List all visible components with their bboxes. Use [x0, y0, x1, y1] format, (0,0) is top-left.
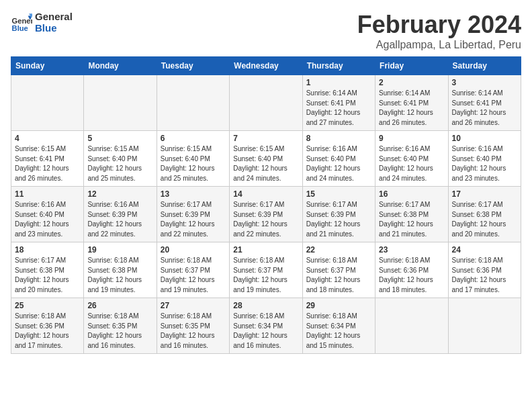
day-number: 3 — [452, 78, 517, 87]
day-number: 6 — [161, 134, 226, 143]
calendar-cell: 28Sunrise: 6:18 AM Sunset: 6:34 PM Dayli… — [230, 298, 302, 354]
day-header-sunday: Sunday — [11, 57, 84, 75]
calendar-cell: 8Sunrise: 6:16 AM Sunset: 6:40 PM Daylig… — [302, 131, 375, 187]
day-info: Sunrise: 6:17 AM Sunset: 6:38 PM Dayligh… — [379, 200, 444, 239]
day-number: 25 — [15, 301, 80, 310]
day-number: 27 — [161, 301, 226, 310]
calendar-cell — [448, 298, 521, 354]
calendar-cell: 12Sunrise: 6:16 AM Sunset: 6:39 PM Dayli… — [84, 187, 157, 242]
day-header-wednesday: Wednesday — [230, 57, 302, 75]
calendar-subtitle: Agallpampa, La Libertad, Peru — [357, 39, 521, 51]
day-number: 2 — [379, 78, 444, 87]
calendar-cell: 18Sunrise: 6:17 AM Sunset: 6:38 PM Dayli… — [11, 242, 84, 298]
day-number: 24 — [452, 245, 517, 255]
day-info: Sunrise: 6:18 AM Sunset: 6:35 PM Dayligh… — [161, 312, 226, 351]
day-info: Sunrise: 6:15 AM Sunset: 6:41 PM Dayligh… — [15, 144, 80, 183]
day-info: Sunrise: 6:15 AM Sunset: 6:40 PM Dayligh… — [161, 144, 226, 183]
day-info: Sunrise: 6:18 AM Sunset: 6:35 PM Dayligh… — [87, 312, 152, 351]
calendar-cell: 21Sunrise: 6:18 AM Sunset: 6:37 PM Dayli… — [230, 242, 302, 298]
calendar-cell: 15Sunrise: 6:17 AM Sunset: 6:39 PM Dayli… — [302, 187, 375, 242]
day-number: 29 — [306, 301, 371, 310]
calendar-cell: 23Sunrise: 6:18 AM Sunset: 6:36 PM Dayli… — [375, 242, 448, 298]
day-number: 28 — [233, 301, 298, 310]
logo-line1: General — [35, 11, 73, 22]
calendar-cell: 11Sunrise: 6:16 AM Sunset: 6:40 PM Dayli… — [11, 187, 84, 242]
day-number: 8 — [306, 134, 371, 143]
calendar-cell: 7Sunrise: 6:15 AM Sunset: 6:40 PM Daylig… — [230, 131, 302, 187]
day-info: Sunrise: 6:14 AM Sunset: 6:41 PM Dayligh… — [452, 89, 517, 128]
day-header-tuesday: Tuesday — [157, 57, 229, 75]
day-info: Sunrise: 6:16 AM Sunset: 6:40 PM Dayligh… — [15, 200, 80, 239]
day-info: Sunrise: 6:18 AM Sunset: 6:36 PM Dayligh… — [379, 256, 444, 295]
day-number: 17 — [452, 189, 517, 199]
calendar-week-row: 1Sunrise: 6:14 AM Sunset: 6:41 PM Daylig… — [11, 75, 521, 131]
calendar-cell: 26Sunrise: 6:18 AM Sunset: 6:35 PM Dayli… — [84, 298, 157, 354]
day-number: 4 — [15, 134, 80, 143]
day-info: Sunrise: 6:15 AM Sunset: 6:40 PM Dayligh… — [87, 144, 152, 183]
day-number: 1 — [306, 78, 371, 87]
day-info: Sunrise: 6:18 AM Sunset: 6:36 PM Dayligh… — [15, 312, 80, 351]
day-info: Sunrise: 6:17 AM Sunset: 6:39 PM Dayligh… — [306, 200, 371, 239]
day-number: 23 — [379, 245, 444, 255]
day-number: 14 — [233, 189, 298, 199]
day-number: 20 — [161, 245, 226, 255]
calendar-cell: 29Sunrise: 6:18 AM Sunset: 6:34 PM Dayli… — [302, 298, 375, 354]
day-number: 13 — [161, 189, 226, 199]
calendar-cell: 5Sunrise: 6:15 AM Sunset: 6:40 PM Daylig… — [84, 131, 157, 187]
day-info: Sunrise: 6:17 AM Sunset: 6:39 PM Dayligh… — [233, 200, 298, 239]
day-info: Sunrise: 6:16 AM Sunset: 6:40 PM Dayligh… — [306, 144, 371, 183]
day-number: 5 — [87, 134, 152, 143]
calendar-cell: 19Sunrise: 6:18 AM Sunset: 6:38 PM Dayli… — [84, 242, 157, 298]
calendar-cell: 13Sunrise: 6:17 AM Sunset: 6:39 PM Dayli… — [157, 187, 229, 242]
calendar-cell: 20Sunrise: 6:18 AM Sunset: 6:37 PM Dayli… — [157, 242, 229, 298]
day-info: Sunrise: 6:18 AM Sunset: 6:34 PM Dayligh… — [306, 312, 371, 351]
day-info: Sunrise: 6:17 AM Sunset: 6:38 PM Dayligh… — [452, 200, 517, 239]
day-header-friday: Friday — [375, 57, 448, 75]
day-number: 22 — [306, 245, 371, 255]
calendar-week-row: 18Sunrise: 6:17 AM Sunset: 6:38 PM Dayli… — [11, 242, 521, 298]
calendar-cell: 25Sunrise: 6:18 AM Sunset: 6:36 PM Dayli… — [11, 298, 84, 354]
day-info: Sunrise: 6:14 AM Sunset: 6:41 PM Dayligh… — [379, 89, 444, 128]
day-number: 18 — [15, 245, 80, 255]
calendar-cell: 2Sunrise: 6:14 AM Sunset: 6:41 PM Daylig… — [375, 75, 448, 131]
calendar-cell — [230, 75, 302, 131]
day-info: Sunrise: 6:16 AM Sunset: 6:40 PM Dayligh… — [452, 144, 517, 183]
logo-line2: Blue — [35, 22, 73, 34]
calendar-week-row: 4Sunrise: 6:15 AM Sunset: 6:41 PM Daylig… — [11, 131, 521, 187]
calendar-table: SundayMondayTuesdayWednesdayThursdayFrid… — [11, 56, 521, 354]
day-number: 21 — [233, 245, 298, 255]
day-header-thursday: Thursday — [302, 57, 375, 75]
calendar-cell: 1Sunrise: 6:14 AM Sunset: 6:41 PM Daylig… — [302, 75, 375, 131]
calendar-cell: 27Sunrise: 6:18 AM Sunset: 6:35 PM Dayli… — [157, 298, 229, 354]
logo: General Blue General Blue — [11, 11, 73, 34]
day-info: Sunrise: 6:17 AM Sunset: 6:38 PM Dayligh… — [15, 256, 80, 295]
day-info: Sunrise: 6:16 AM Sunset: 6:40 PM Dayligh… — [379, 144, 444, 183]
calendar-cell: 16Sunrise: 6:17 AM Sunset: 6:38 PM Dayli… — [375, 187, 448, 242]
calendar-cell: 22Sunrise: 6:18 AM Sunset: 6:37 PM Dayli… — [302, 242, 375, 298]
day-info: Sunrise: 6:18 AM Sunset: 6:36 PM Dayligh… — [452, 256, 517, 295]
calendar-cell: 6Sunrise: 6:15 AM Sunset: 6:40 PM Daylig… — [157, 131, 229, 187]
calendar-cell — [157, 75, 229, 131]
day-number: 7 — [233, 134, 298, 143]
calendar-cell: 24Sunrise: 6:18 AM Sunset: 6:36 PM Dayli… — [448, 242, 521, 298]
calendar-cell: 14Sunrise: 6:17 AM Sunset: 6:39 PM Dayli… — [230, 187, 302, 242]
day-info: Sunrise: 6:18 AM Sunset: 6:37 PM Dayligh… — [233, 256, 298, 295]
calendar-cell: 17Sunrise: 6:17 AM Sunset: 6:38 PM Dayli… — [448, 187, 521, 242]
day-info: Sunrise: 6:18 AM Sunset: 6:37 PM Dayligh… — [161, 256, 226, 295]
day-number: 10 — [452, 134, 517, 143]
calendar-header-row: SundayMondayTuesdayWednesdayThursdayFrid… — [11, 57, 521, 75]
day-number: 19 — [87, 245, 152, 255]
svg-text:Blue: Blue — [12, 24, 28, 32]
day-info: Sunrise: 6:15 AM Sunset: 6:40 PM Dayligh… — [233, 144, 298, 183]
day-number: 9 — [379, 134, 444, 143]
calendar-cell: 9Sunrise: 6:16 AM Sunset: 6:40 PM Daylig… — [375, 131, 448, 187]
day-number: 16 — [379, 189, 444, 199]
calendar-cell: 10Sunrise: 6:16 AM Sunset: 6:40 PM Dayli… — [448, 131, 521, 187]
calendar-cell — [375, 298, 448, 354]
logo-icon: General Blue — [11, 11, 32, 33]
day-number: 26 — [87, 301, 152, 310]
day-info: Sunrise: 6:14 AM Sunset: 6:41 PM Dayligh… — [306, 89, 371, 128]
title-block: February 2024 Agallpampa, La Libertad, P… — [357, 11, 521, 51]
calendar-cell: 3Sunrise: 6:14 AM Sunset: 6:41 PM Daylig… — [448, 75, 521, 131]
day-header-saturday: Saturday — [448, 57, 521, 75]
